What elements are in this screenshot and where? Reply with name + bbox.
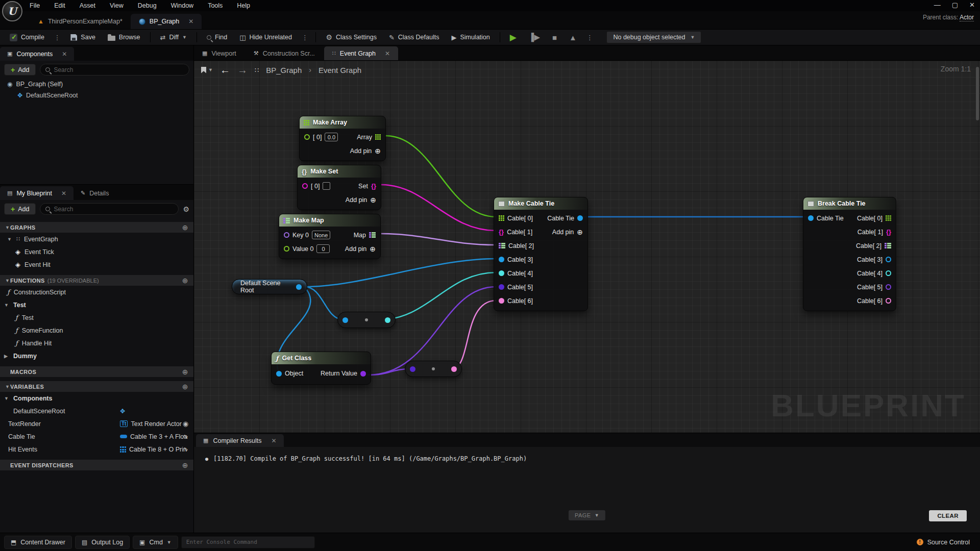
node-header[interactable]: Make Map — [279, 214, 380, 227]
console-command-input[interactable] — [181, 536, 315, 548]
tab-bp-graph[interactable]: BP_Graph ✕ — [131, 14, 202, 29]
play-options-icon[interactable]: ⋮ — [584, 34, 596, 41]
add-pin-button[interactable]: Add pin ⊕ — [350, 147, 381, 155]
pin-cable-4-input[interactable] — [499, 270, 504, 276]
pin-set-output[interactable]: {} — [371, 182, 376, 190]
close-icon[interactable]: ✕ — [385, 50, 390, 57]
pin-map-value-0[interactable] — [284, 246, 289, 252]
my-blueprint-search[interactable] — [40, 203, 179, 215]
close-tab-icon[interactable]: ✕ — [188, 18, 193, 25]
function-row-some-function[interactable]: ƒ SomeFunction — [0, 324, 193, 337]
variables-section-header[interactable]: ▼ VARIABLES ⊕ — [0, 381, 193, 392]
tab-construction-script[interactable]: ⚒ Construction Scr... — [246, 46, 323, 60]
settings-gear-icon[interactable]: ⚙ — [183, 205, 189, 213]
event-dispatchers-section-header[interactable]: EVENT DISPATCHERS ⊕ — [0, 460, 193, 470]
skip-button[interactable]: ▐▶ — [524, 31, 545, 44]
pin-array-element-0[interactable] — [304, 134, 310, 140]
node-header[interactable]: ƒ Get Class — [272, 352, 371, 364]
pin-dsr-output[interactable] — [296, 284, 302, 290]
pin-conversion-input[interactable] — [342, 317, 348, 323]
close-icon[interactable]: ✕ — [61, 190, 66, 197]
pin-return-value-output[interactable] — [360, 371, 366, 377]
node-header[interactable]: {} Make Set — [298, 165, 381, 178]
compile-options-icon[interactable]: ⋮ — [52, 34, 63, 41]
pin-cable-5-input[interactable] — [499, 284, 504, 290]
pin-conversion-input[interactable] — [410, 366, 415, 372]
add-variable-icon[interactable]: ⊕ — [182, 383, 188, 391]
pin-map-key-0[interactable] — [284, 232, 289, 238]
add-blueprint-item-button[interactable]: + Add — [4, 203, 36, 215]
menu-help[interactable]: Help — [237, 2, 250, 9]
close-button[interactable]: ✕ — [969, 1, 975, 9]
function-row-construction-script[interactable]: ƒ ConstructionScript — [0, 286, 193, 298]
node-get-class[interactable]: ƒ Get Class Object Return Value — [271, 352, 371, 385]
components-search[interactable] — [40, 64, 189, 76]
breadcrumb-root[interactable]: BP_Graph — [266, 66, 302, 74]
pin-set-element-0[interactable] — [302, 183, 308, 189]
my-blueprint-search-input[interactable] — [54, 206, 173, 213]
tab-details[interactable]: ✎ Details — [74, 186, 116, 200]
menu-window[interactable]: Window — [171, 2, 193, 9]
variable-row-cable-tie[interactable]: Cable Tie Cable Tie 3 + A Floa ∿ — [0, 430, 193, 443]
array-element-0-field[interactable]: 0.0 — [325, 133, 338, 141]
node-make-array[interactable]: Make Array [ 0] 0.0 Array Add pin ⊕ — [299, 116, 386, 161]
tab-event-graph[interactable]: ∷ Event Graph ✕ — [324, 46, 398, 60]
pin-cable-6-input[interactable] — [499, 298, 504, 304]
eye-icon[interactable]: ◉ — [183, 420, 188, 428]
pin-cable-0-input[interactable] — [499, 215, 504, 221]
tab-viewport[interactable]: ▦ Viewport — [194, 46, 244, 60]
event-row-tick[interactable]: ◈ Event Tick — [0, 245, 193, 258]
map-key-0-select[interactable]: None — [312, 231, 330, 239]
node-make-set[interactable]: {} Make Set [ 0] Set {} Add pin ⊕ — [297, 165, 381, 210]
node-default-scene-root[interactable]: Default Scene Root — [232, 279, 307, 294]
tab-my-blueprint[interactable]: ▤ My Blueprint ✕ — [0, 186, 74, 200]
pin-cable-2-input[interactable] — [499, 243, 505, 248]
function-category-dummy[interactable]: ▶Dummy — [0, 349, 193, 362]
unreal-logo[interactable]: U — [2, 1, 22, 21]
pin-cable-2-output[interactable] — [885, 243, 891, 248]
play-button[interactable]: ▶ — [505, 31, 521, 44]
minimize-button[interactable]: — — [934, 1, 941, 9]
add-graph-icon[interactable]: ⊕ — [182, 223, 188, 232]
add-macro-icon[interactable]: ⊕ — [182, 368, 188, 376]
graph-row-eventgraph[interactable]: ▼∷ EventGraph — [0, 233, 193, 245]
tab-compiler-results[interactable]: ▦ Compiler Results ✕ — [196, 434, 284, 447]
cmd-button[interactable]: ▣ Cmd▼ — [133, 536, 178, 549]
variable-category-components[interactable]: ▼Components — [0, 392, 193, 405]
find-button[interactable]: Find — [202, 31, 232, 44]
pin-cable-1-input[interactable]: {} — [499, 228, 504, 236]
page-button[interactable]: PAGE▼ — [569, 510, 605, 520]
map-value-0-field[interactable]: 0 — [316, 244, 330, 253]
browse-button[interactable]: Browse — [103, 31, 145, 44]
pin-cable-1-output[interactable]: {} — [886, 228, 891, 236]
node-header[interactable]: Break Cable Tie — [803, 197, 896, 210]
function-row-test[interactable]: ƒ Test — [0, 311, 193, 324]
node-conversion-blue-to-cyan[interactable] — [337, 312, 396, 328]
compile-button[interactable]: Compile — [5, 31, 49, 44]
graph-canvas[interactable]: ▼ ← → ∷ BP_Graph › Event Graph Zoom 1:1 … — [194, 61, 980, 433]
vertical-scrollbar[interactable] — [976, 67, 979, 120]
variable-row-hit-events[interactable]: Hit Events Cable Tie 8 + O Prin ∿ — [0, 443, 193, 456]
node-make-cable-tie[interactable]: Make Cable Tie Cable[ 0] Cable Tie {} Ca… — [494, 197, 588, 311]
pin-conversion-output[interactable] — [451, 366, 457, 372]
debug-object-select[interactable]: No debug object selected▼ — [606, 31, 701, 43]
nav-forward-icon[interactable]: → — [237, 64, 248, 76]
pin-cable-6-output[interactable] — [886, 298, 891, 304]
graphs-section-header[interactable]: ▼ GRAPHS ⊕ — [0, 222, 193, 233]
parent-class-link[interactable]: Actor — [960, 14, 974, 21]
pin-cable-0-output[interactable] — [886, 215, 891, 221]
menu-asset[interactable]: Asset — [80, 2, 95, 9]
maximize-button[interactable]: ▢ — [952, 1, 958, 9]
pin-cable-tie-input[interactable] — [808, 215, 814, 221]
pin-cable-3-output[interactable] — [886, 257, 891, 262]
variable-row-text-render[interactable]: TextRender Tt Text Render Actor ◉ — [0, 417, 193, 430]
clear-button[interactable]: CLEAR — [929, 510, 967, 521]
wave-icon[interactable]: ∿ — [183, 445, 188, 453]
add-pin-button[interactable]: Add pin ⊕ — [346, 196, 376, 204]
stop-button[interactable]: ■ — [548, 31, 561, 44]
functions-section-header[interactable]: ▼ FUNCTIONS (19 OVERRIDABLE) ⊕ — [0, 275, 193, 286]
save-button[interactable]: Save — [66, 31, 100, 44]
add-function-icon[interactable]: ⊕ — [182, 277, 188, 285]
nav-back-icon[interactable]: ← — [220, 64, 230, 76]
set-element-0-checkbox[interactable] — [323, 182, 330, 190]
